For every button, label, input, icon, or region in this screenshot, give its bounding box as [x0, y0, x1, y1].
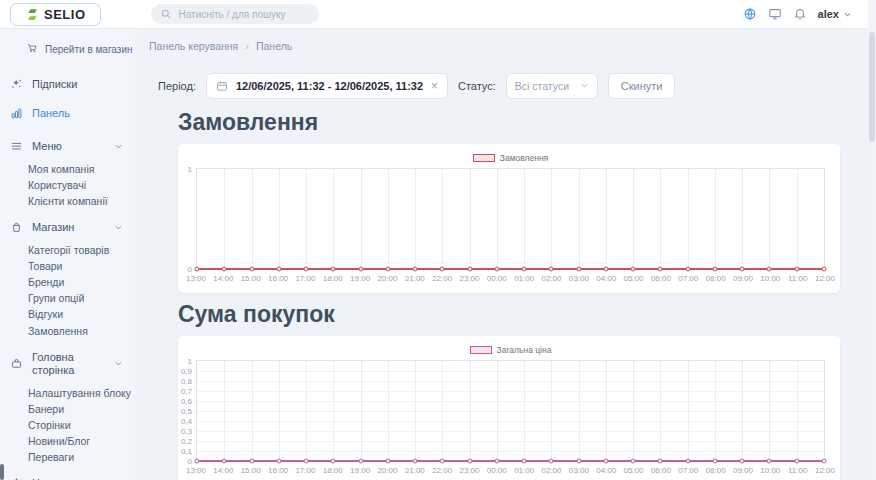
- y-tick-label: 0: [188, 457, 192, 466]
- y-tick-label: 0,1: [181, 447, 192, 456]
- x-tick-label: 06:00: [651, 466, 671, 475]
- sidebar-subitem[interactable]: Сторінки: [0, 417, 135, 433]
- x-tick-label: 06:00: [651, 274, 671, 283]
- globe-icon[interactable]: [743, 7, 757, 21]
- gridline: [551, 169, 552, 269]
- sidebar-subitem[interactable]: Користувачі: [0, 177, 135, 193]
- x-tick-label: 04:00: [596, 274, 616, 283]
- subscriptions-icon: [10, 78, 23, 91]
- x-tick-label: 15:00: [241, 466, 261, 475]
- sidebar-item-settings[interactable]: Налаштування: [0, 469, 135, 480]
- chevron-down-icon: [843, 5, 852, 23]
- x-tick-label: 19:00: [350, 274, 370, 283]
- page-scrollbar-track[interactable]: [868, 0, 876, 480]
- sidebar-item-subscriptions[interactable]: Підписки: [0, 70, 135, 99]
- purchases-chart-title: Сума покупок: [178, 301, 868, 328]
- monitor-icon[interactable]: [768, 7, 782, 21]
- x-tick-label: 17:00: [295, 274, 315, 283]
- x-tick-label: 22:00: [432, 274, 452, 283]
- gridline: [715, 169, 716, 269]
- x-tick-label: 16:00: [268, 466, 288, 475]
- y-tick-label: 0,2: [181, 437, 192, 446]
- status-select[interactable]: Всі статуси: [506, 73, 598, 99]
- y-tick-label: 0,7: [181, 387, 192, 396]
- breadcrumb-item-dashboard-root[interactable]: Панель керування: [149, 40, 238, 52]
- breadcrumb-separator: ›: [245, 40, 249, 52]
- gridline: [361, 169, 362, 269]
- gridline: [197, 411, 824, 412]
- y-tick-label: 0,3: [181, 427, 192, 436]
- page-scrollbar-thumb[interactable]: [869, 32, 875, 142]
- sidebar-nav: Перейти в магазинПідпискиПанельМенюМоя к…: [0, 29, 135, 480]
- reset-filters-button[interactable]: Скинути: [608, 73, 676, 99]
- period-range-input[interactable]: 12/06/2025, 11:32 - 12/06/2025, 11:32 ×: [206, 73, 448, 99]
- selio-logo-icon: [25, 8, 38, 21]
- data-point-marker: [712, 267, 717, 272]
- data-point-marker: [494, 267, 499, 272]
- y-tick-label: 1: [188, 357, 192, 366]
- sidebar-scrollbar-thumb[interactable]: [0, 464, 4, 480]
- sidebar-subitem[interactable]: Замовлення: [0, 323, 135, 339]
- user-menu[interactable]: alex: [818, 5, 852, 23]
- chart-legend[interactable]: Загальна ціна: [196, 344, 825, 356]
- sidebar-item-go-to-shop[interactable]: Перейти в магазин: [27, 43, 135, 56]
- sidebar-item-menu[interactable]: Меню: [0, 132, 135, 161]
- calendar-icon: [216, 80, 229, 93]
- orders-chart-x-axis: 13:0014:0015:0016:0017:0018:0019:0020:00…: [196, 274, 825, 283]
- sidebar-subitem[interactable]: Моя компанія: [0, 161, 135, 177]
- data-point-marker: [658, 459, 663, 464]
- x-tick-label: 15:00: [241, 274, 261, 283]
- data-point-marker: [549, 459, 554, 464]
- x-tick-label: 20:00: [377, 274, 397, 283]
- main-content: Панель керування › Панель Період: 12/06/…: [135, 29, 868, 480]
- clear-period-icon[interactable]: ×: [431, 80, 438, 92]
- gridline: [415, 169, 416, 269]
- x-tick-label: 12:00: [815, 466, 835, 475]
- sidebar-item-dashboard[interactable]: Панель: [0, 99, 135, 128]
- x-tick-label: 07:00: [678, 466, 698, 475]
- x-tick-label: 21:00: [405, 274, 425, 283]
- filter-bar: Період: 12/06/2025, 11:32 - 12/06/2025, …: [158, 73, 868, 99]
- gridline: [197, 381, 824, 382]
- data-point-marker: [494, 459, 499, 464]
- sidebar-subitem[interactable]: Товари: [0, 258, 135, 274]
- x-tick-label: 18:00: [323, 274, 343, 283]
- sidebar-subitem[interactable]: Банери: [0, 401, 135, 417]
- period-range-value: 12/06/2025, 11:32 - 12/06/2025, 11:32: [236, 80, 424, 92]
- chart-legend[interactable]: Замовлення: [196, 152, 825, 164]
- sidebar-subitem[interactable]: Категорії товарів: [0, 242, 135, 258]
- gridline: [197, 451, 824, 452]
- sidebar-subitem[interactable]: Налаштування блоку: [0, 385, 135, 401]
- bell-icon[interactable]: [793, 7, 807, 21]
- sidebar-subitem[interactable]: Новини/Блог: [0, 433, 135, 449]
- chevron-down-icon: [114, 223, 123, 232]
- x-tick-label: 08:00: [706, 274, 726, 283]
- data-point-marker: [331, 459, 336, 464]
- logo-button[interactable]: SELIO: [10, 3, 101, 26]
- data-point-marker: [440, 459, 445, 464]
- y-tick-label: 0,8: [181, 377, 192, 386]
- chevron-down-icon: [114, 359, 123, 368]
- gridline: [769, 169, 770, 269]
- gridline: [388, 169, 389, 269]
- sidebar-subitem[interactable]: Бренди: [0, 274, 135, 290]
- x-tick-label: 00:00: [487, 466, 507, 475]
- y-tick-label: 0,5: [181, 407, 192, 416]
- data-point-marker: [822, 267, 827, 272]
- sidebar-item-shop[interactable]: Магазин: [0, 213, 135, 242]
- home-bag-icon: [10, 357, 23, 370]
- gridline: [279, 169, 280, 269]
- status-label: Статус:: [458, 80, 496, 92]
- x-tick-label: 10:00: [760, 274, 780, 283]
- sidebar-subitem[interactable]: Клієнти компанії: [0, 193, 135, 209]
- sidebar-subitem[interactable]: Переваги: [0, 449, 135, 465]
- x-tick-label: 13:00: [186, 466, 206, 475]
- data-point-marker: [631, 267, 636, 272]
- global-search-input[interactable]: Натисніть / для пошуку: [151, 4, 319, 24]
- sidebar-subitem[interactable]: Відгуки: [0, 307, 135, 323]
- sidebar-subitem[interactable]: Групи опцій: [0, 291, 135, 307]
- x-tick-label: 11:00: [788, 274, 807, 283]
- data-point-marker: [385, 267, 390, 272]
- sidebar-item-homepage[interactable]: Головна сторінка: [0, 343, 135, 385]
- x-tick-label: 23:00: [459, 466, 479, 475]
